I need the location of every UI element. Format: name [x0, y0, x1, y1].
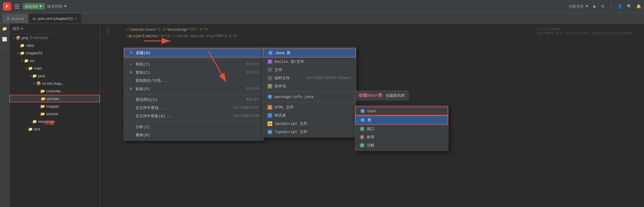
file-tree-header[interactable]: 项目 ▾ [9, 23, 100, 34]
sidebar-icons: 📁 ⬜ ··· [0, 23, 9, 207]
hamburger-menu[interactable] [13, 3, 20, 10]
submenu-java-class[interactable]: C Java 类 [263, 48, 356, 58]
tree-item-controller[interactable]: 📂 controlle... [9, 87, 100, 95]
tree-item-service[interactable]: 📂 service [9, 110, 100, 118]
file-tree-title: 项目 ▾ [12, 26, 23, 31]
tree-label-mapper: mapper [46, 104, 59, 108]
tree-label-test: test [34, 127, 40, 131]
submenu-pkginfo[interactable]: C package-info.java [263, 93, 356, 101]
submenu-user-label: User [367, 109, 376, 113]
submenu-user-input[interactable]: C User [355, 107, 448, 115]
tree-item-java[interactable]: ▾ 📁 java [9, 72, 100, 80]
tree-item-proj[interactable]: ▾ 📦 proj D:\ssm\proj [9, 34, 100, 42]
tree-item-resources[interactable]: › 📁 resources [9, 118, 100, 125]
menu-item-copypath[interactable]: 复制路径/引用... [124, 77, 264, 85]
submenu-ts-label: TypeScript 文件 [275, 129, 307, 134]
submenu-html[interactable]: H HTML 文件 [263, 103, 356, 111]
submenu-js[interactable]: JS JavaScript 文件 [263, 120, 356, 128]
tree-arrow-resources: › [28, 120, 32, 123]
tab-proj-icon: ☰ [6, 16, 10, 21]
version-control[interactable]: 版本控制 ▼ [47, 4, 67, 9]
tree-item-domain[interactable]: 📂 domain [9, 95, 100, 102]
menu-item-findfile[interactable]: 在文件中查找... Ctrl+Shift+F [124, 104, 264, 112]
menu-item-replace[interactable]: 在文件中替换(A)... Ctrl+Shift+R [124, 112, 264, 120]
submenu-annotation-label: 注解 [367, 143, 374, 148]
findfile-shortcut: Ctrl+Shift+F [234, 106, 259, 110]
submenu-annotation[interactable]: @ 注解 [355, 141, 448, 149]
tree-label-domain: domain [47, 96, 59, 101]
toolbar-right: 当前文件 ▼ ▶ ⚙ ⋮ 👤 🔍 🔔 [568, 4, 641, 9]
current-file-label: 当前文件 [568, 4, 584, 9]
submenu-package[interactable]: 📦 软件包 [263, 82, 356, 90]
dots-icon[interactable]: ··· [2, 47, 8, 53]
submenu-class-types: C User C 类 I 接口 E 枚举 @ 注解 [355, 105, 448, 151]
submenu-temp-label: 临时文件 [275, 75, 290, 81]
menu-item-paste[interactable]: ⎗ 粘贴(P) Ctrl+V [124, 85, 264, 93]
submenu-interface[interactable]: I 接口 [355, 125, 448, 133]
submenu-temp[interactable]: ⊡ 临时文件 Ctrl+Alt+Shift+Insert [263, 74, 356, 82]
folder-icon[interactable]: 📁 [2, 26, 8, 32]
menu-item-new[interactable]: + 新建(N) → [124, 48, 264, 58]
refactor-arrow: › [257, 133, 259, 137]
submenu1-sep [263, 92, 356, 92]
menu-item-refactor[interactable]: 重构(R) › [124, 131, 264, 139]
submenu-kotlin[interactable]: K Kotlin 类/文件 [263, 58, 356, 66]
submenu-style[interactable]: ≡ 样式表 [263, 111, 356, 120]
tree-item-test[interactable]: › 📁 test [9, 125, 100, 133]
folder-icon-main: 📁 [28, 66, 33, 70]
project-label[interactable]: proj.iml ▼ [23, 3, 45, 9]
tab-pom-icon: m [33, 16, 36, 21]
menu-item-new-label: 新建(N) [136, 50, 150, 56]
menu-item-copy-label: 复制(C) [136, 70, 150, 75]
tree-item-idea[interactable]: › 📁 .idea [9, 42, 100, 49]
current-file-btn[interactable]: 当前文件 ▼ [568, 4, 589, 9]
tree-label-chapter01: chapter01 [26, 51, 43, 55]
menu-item-findusage[interactable]: 查找用法(U) Alt+F7 [124, 96, 264, 104]
submenu-file[interactable]: ≡ 文件 [263, 66, 356, 74]
folder-icon-test: 📁 [28, 127, 33, 131]
tree-item-src[interactable]: ▾ 📁 src [9, 57, 100, 64]
line-numbers: 1 2 [100, 26, 112, 39]
findusage-shortcut: Alt+F7 [246, 98, 259, 102]
menu-item-copy[interactable]: ⎘ 复制(C) Ctrl+C [124, 68, 264, 77]
more-btn[interactable]: ⋮ [609, 4, 613, 8]
notifications-btn[interactable]: 🔔 [636, 4, 641, 8]
menu-item-findfile-label: 在文件中查找... [136, 105, 165, 111]
editor-area[interactable]: 1 2 <?xml version="1.0" encoding="UTF-8"… [100, 23, 644, 207]
search-btn[interactable]: 🔍 [627, 4, 632, 8]
module-icon-proj: 📦 [16, 36, 20, 40]
current-file-dropdown: ▼ [585, 4, 589, 8]
menu-item-cut[interactable]: ✂ 剪切(T) Ctrl+X [124, 60, 264, 68]
user-btn[interactable]: 👤 [618, 4, 622, 8]
run-btn[interactable]: ▶ [593, 4, 596, 8]
tree-item-main[interactable]: ▾ 📁 main [9, 64, 100, 72]
tooltip-desc: 创建新的类 [386, 93, 405, 98]
submenu-ts[interactable]: TS TypeScript 文件 [263, 128, 356, 136]
version-dropdown-icon: ▼ [64, 4, 67, 8]
submenu-pkginfo-label: package-info.java [275, 95, 314, 99]
separator-2 [124, 94, 264, 94]
tree-item-mapper[interactable]: 📂 mapper [9, 102, 100, 110]
settings-btn[interactable]: ⚙ [601, 4, 604, 8]
menu-item-analyze[interactable]: 分析(Z) › [124, 123, 264, 131]
tree-arrow-java: ▾ [28, 74, 32, 77]
submenu-enum[interactable]: E 枚举 [355, 133, 448, 141]
tree-item-chapter01[interactable]: ▾ 📁 chapter01 [9, 49, 100, 57]
tab-proj[interactable]: ☰ proj.iml [2, 14, 28, 23]
tree-label-src: src [30, 58, 35, 63]
folder-icon-chapter01: 📁 [20, 51, 25, 55]
folder-icon-src: 📁 [24, 58, 29, 63]
rightclick-annotation: 右键 [44, 120, 54, 126]
tree-path-proj: D:\ssm\proj [30, 36, 48, 40]
tab-pom-close[interactable]: ✕ [74, 17, 77, 20]
menu-item-copypath-label: 复制路径/引用... [136, 78, 167, 83]
tree-label-main: main [34, 66, 42, 70]
menu-item-replace-label: 在文件中替换(A)... [136, 113, 172, 119]
cut-shortcut: Ctrl+X [246, 62, 259, 66]
tree-item-package[interactable]: ▾ 📦 cn.fvti.chap... [9, 80, 100, 87]
submenu-class-type[interactable]: C 类 [355, 115, 448, 125]
tree-label-package: cn.fvti.chap... [42, 81, 65, 86]
context-menu: + 新建(N) → ✂ 剪切(T) Ctrl+X ⎘ 复制(C) Ctrl+C … [124, 47, 264, 141]
tab-pom[interactable]: m pom.xml (chapter01) ✕ [29, 14, 81, 23]
structure-icon[interactable]: ⬜ [2, 36, 8, 42]
